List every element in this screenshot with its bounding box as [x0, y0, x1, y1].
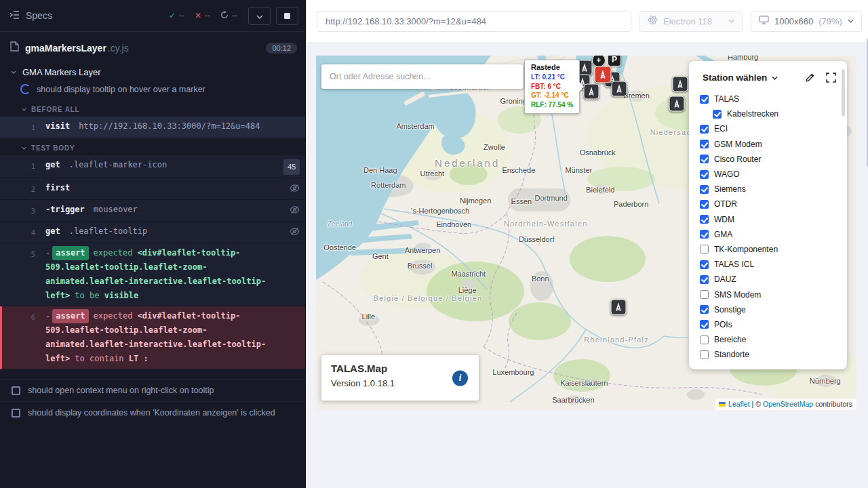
- suite-title-row[interactable]: GMA Markers Layer: [0, 62, 305, 81]
- station-checkbox[interactable]: [700, 200, 709, 209]
- station-item[interactable]: WDM: [700, 212, 847, 227]
- command-method: first: [45, 183, 70, 192]
- station-checkbox[interactable]: [700, 230, 709, 239]
- station-checkbox[interactable]: [700, 350, 709, 359]
- station-marker[interactable]: [673, 76, 688, 92]
- station-checkbox[interactable]: [700, 260, 709, 269]
- station-label: GSM Modem: [714, 140, 762, 149]
- station-item[interactable]: Siemens: [700, 182, 847, 197]
- station-checkbox[interactable]: [700, 185, 709, 194]
- station-label: TALAS: [714, 94, 739, 104]
- station-item[interactable]: TK-Komponenten: [700, 242, 847, 257]
- station-checkbox[interactable]: [700, 140, 709, 148]
- station-checkbox[interactable]: [700, 245, 709, 253]
- station-item[interactable]: TALAS: [700, 92, 847, 106]
- tooltip-measurement: LT: 0.21 °C: [531, 73, 573, 82]
- check-stat[interactable]: ✓--: [169, 11, 184, 20]
- cypress-reporter: Specs ✓--✕---- gmaMarkersLayer .cy.js 00…: [0, 0, 306, 488]
- station-item[interactable]: ECI: [700, 121, 847, 136]
- stop-button[interactable]: [276, 7, 298, 25]
- station-checkbox[interactable]: [700, 155, 709, 163]
- station-checkbox[interactable]: [713, 110, 722, 119]
- station-item[interactable]: POIs: [700, 317, 847, 332]
- station-checkbox[interactable]: [700, 170, 709, 179]
- osm-link[interactable]: OpenStreetMap: [763, 400, 813, 408]
- station-checkbox[interactable]: [700, 290, 709, 299]
- browser-select[interactable]: Electron 118: [639, 11, 743, 32]
- search-input[interactable]: [321, 72, 523, 81]
- command-row[interactable]: 1get.leaflet-marker-icon45: [0, 155, 305, 178]
- station-item[interactable]: Cisco Router: [700, 152, 847, 167]
- station-checkbox[interactable]: [700, 275, 709, 284]
- station-marker[interactable]: [583, 83, 599, 99]
- command-number: 3: [0, 203, 45, 218]
- station-checkbox[interactable]: [700, 95, 709, 104]
- station-item[interactable]: OTDR: [700, 197, 847, 211]
- command-row[interactable]: 4get.leaflet-tooltip: [0, 222, 305, 243]
- leaflet-map[interactable]: HamburgLeeuwardenGroningenAmsterdamBreme…: [316, 56, 856, 410]
- pending-test-row[interactable]: should open context menu on right-click …: [0, 379, 305, 401]
- info-button[interactable]: i: [452, 370, 468, 386]
- refresh-stat[interactable]: --: [220, 11, 237, 20]
- station-checkbox[interactable]: [700, 215, 709, 224]
- map-label: Osnabrück: [580, 148, 616, 157]
- command-method: get: [45, 160, 60, 169]
- leaflet-link[interactable]: Leaflet: [728, 400, 750, 408]
- station-checkbox[interactable]: [700, 336, 709, 344]
- station-item[interactable]: SMS Modem: [700, 287, 847, 302]
- station-item[interactable]: Sonstige: [700, 302, 847, 317]
- edit-pencil-icon[interactable]: [805, 73, 815, 83]
- x-stat[interactable]: ✕--: [195, 11, 210, 20]
- station-item[interactable]: Kabelstrecken: [700, 106, 847, 121]
- map-label: 's-Hertogenbosch: [411, 207, 469, 215]
- station-select[interactable]: Station wählen: [703, 73, 767, 83]
- chevron-down-icon[interactable]: [772, 76, 778, 80]
- section-before-all[interactable]: BEFORE ALL: [0, 100, 305, 117]
- specs-button[interactable]: Specs: [9, 10, 52, 21]
- collapse-button[interactable]: [248, 7, 271, 25]
- command-row[interactable]: 2first: [0, 178, 305, 200]
- command-row[interactable]: 3-triggermouseover: [0, 200, 305, 222]
- station-marker[interactable]: [669, 96, 685, 112]
- command-row[interactable]: 1visithttp://192.168.10.33:3000/?m=12&u=…: [0, 117, 305, 138]
- tooltip-title: Rastede: [531, 63, 573, 71]
- station-item[interactable]: GSM Modem: [700, 137, 847, 152]
- station-checkbox[interactable]: [700, 320, 709, 329]
- section-test-body[interactable]: TEST BODY: [0, 138, 305, 155]
- command-number: 2: [0, 181, 45, 197]
- stat-value: --: [179, 11, 184, 20]
- station-label: Bereiche: [714, 335, 746, 344]
- stop-icon: [284, 13, 290, 19]
- active-test-row[interactable]: should display tooltip on hover over a m…: [0, 81, 305, 100]
- map-label: Bremen: [623, 92, 650, 100]
- pending-test-row[interactable]: should display coordinates when 'Koordin…: [0, 401, 305, 424]
- command-row[interactable]: 6-assertexpected <div#leaflet-tooltip-50…: [0, 306, 305, 369]
- station-checkbox[interactable]: [700, 125, 709, 134]
- fullscreen-icon[interactable]: [826, 73, 836, 83]
- station-item[interactable]: DAUZ: [700, 272, 847, 287]
- command-row[interactable]: 5-assertexpected <div#leaflet-tooltip-50…: [0, 243, 305, 306]
- hidden-eye-icon: [290, 184, 300, 192]
- station-item[interactable]: Bereiche: [700, 332, 847, 347]
- map-label: Nordrhein-Westfalen: [504, 220, 587, 228]
- highlighted-station-marker[interactable]: [595, 66, 612, 83]
- spec-name[interactable]: gmaMarkersLayer: [25, 43, 106, 54]
- station-marker[interactable]: [612, 81, 627, 97]
- map-label: Saarbrücken: [552, 396, 594, 404]
- station-item[interactable]: GMA: [700, 227, 847, 242]
- hidden-eye-icon: [290, 205, 300, 214]
- station-marker[interactable]: [611, 299, 627, 314]
- command-message: .leaflet-marker-icon: [69, 160, 167, 169]
- pending-tests: should open context menu on right-click …: [0, 379, 305, 424]
- aut-pane: http://192.168.10.33:3000/?m=12&u=484 El…: [306, 0, 868, 488]
- station-label: WAGO: [714, 169, 740, 179]
- p-marker-control[interactable]: P: [608, 56, 621, 66]
- station-checkbox[interactable]: [700, 305, 709, 314]
- viewport-select[interactable]: 1000x660 (79%): [751, 11, 862, 32]
- url-input[interactable]: http://192.168.10.33:3000/?m=12&u=484: [317, 11, 631, 32]
- station-item[interactable]: Standorte: [700, 347, 847, 362]
- chevron-down-icon: [848, 19, 854, 23]
- station-item[interactable]: TALAS ICL: [700, 257, 847, 272]
- station-item[interactable]: WAGO: [700, 167, 847, 182]
- panel-scrollbar[interactable]: [842, 69, 845, 117]
